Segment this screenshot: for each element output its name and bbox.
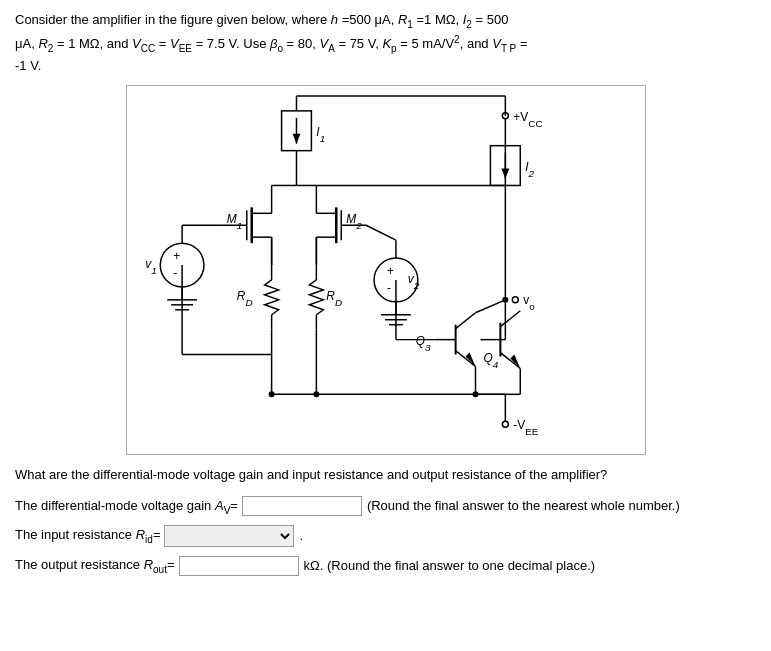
answer-section: The differential-mode voltage gain AV= (…: [15, 493, 756, 580]
m1-label: M1: [226, 212, 241, 230]
q3-label: Q3: [415, 334, 430, 353]
svg-line-40: [366, 225, 396, 240]
circuit-svg: text { font-family: Arial, sans-serif; f…: [127, 86, 645, 454]
problem-line3: -1 V.: [15, 58, 41, 73]
svg-point-77: [268, 391, 274, 397]
v1-plus: +: [173, 249, 180, 263]
rd-left-label: RD: [236, 289, 252, 308]
gain-input[interactable]: [242, 496, 362, 516]
vo-label: vo: [523, 293, 535, 312]
input-res-label: The input resistance Rid=: [15, 522, 160, 550]
svg-point-3: [502, 421, 508, 427]
gain-note: (Round the final answer to the nearest w…: [367, 493, 680, 519]
svg-line-60: [500, 353, 520, 369]
circuit-diagram: text { font-family: Arial, sans-serif; f…: [126, 85, 646, 455]
i2-label: I2: [525, 160, 534, 179]
output-res-label: The output resistance Rout=: [15, 552, 175, 580]
question-text: What are the differential-mode voltage g…: [15, 465, 756, 485]
i1-label: I1: [316, 125, 325, 143]
problem-text: Consider the amplifier in the figure giv…: [15, 10, 756, 75]
output-res-row: The output resistance Rout= kΩ. (Round t…: [15, 552, 756, 580]
svg-point-78: [313, 391, 319, 397]
svg-point-48: [512, 297, 518, 303]
output-res-input[interactable]: [179, 556, 299, 576]
svg-line-52: [455, 351, 475, 367]
rd-right-label: RD: [326, 289, 342, 308]
svg-line-51: [455, 313, 475, 329]
problem-line2: μA, R2 = 1 MΩ, and VCC = VEE = 7.5 V. Us…: [15, 36, 527, 51]
main-container: Consider the amplifier in the figure giv…: [0, 0, 771, 651]
svg-line-56: [475, 300, 505, 313]
v2-plus: +: [386, 264, 393, 278]
input-res-row: The input resistance Rid= kΩ MΩ Ω .: [15, 522, 756, 550]
output-res-unit: kΩ. (Round the final answer to one decim…: [304, 553, 596, 579]
v1-label: v1: [145, 257, 157, 276]
problem-line1: Consider the amplifier in the figure giv…: [15, 12, 508, 27]
v2-minus: -: [386, 281, 390, 295]
q4-label: Q4: [483, 352, 498, 371]
input-res-select[interactable]: kΩ MΩ Ω: [164, 525, 294, 547]
v1-minus: -: [173, 266, 177, 280]
gain-row: The differential-mode voltage gain AV= (…: [15, 493, 756, 521]
m2-label: M2: [346, 212, 362, 230]
svg-line-59: [500, 311, 520, 327]
input-res-note: .: [299, 523, 303, 549]
vee-label: -VEE: [513, 418, 539, 436]
gain-label: The differential-mode voltage gain AV=: [15, 493, 238, 521]
vcc-label: +VCC: [513, 110, 542, 129]
